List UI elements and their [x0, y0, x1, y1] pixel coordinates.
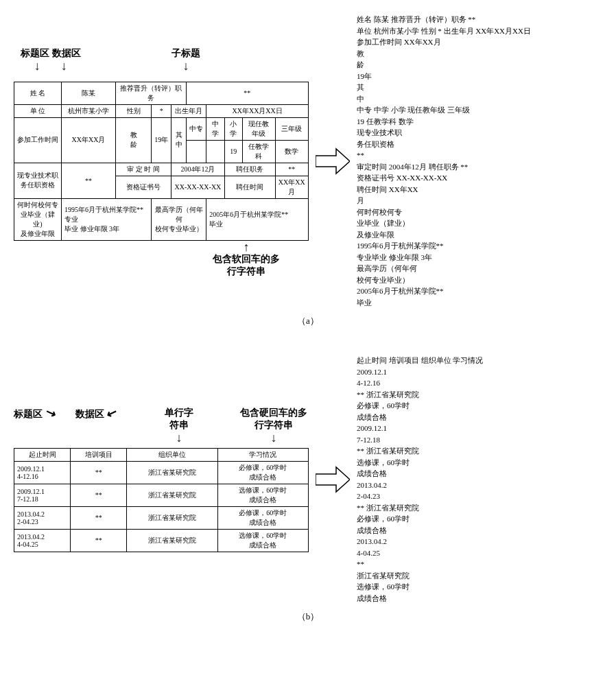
- cell: 浙江省某研究院: [127, 461, 217, 484]
- cell: 培训项目: [71, 448, 127, 461]
- arrow-down-icon: ↓: [165, 431, 193, 444]
- cell: 2009.12.1 4-12.16: [14, 461, 71, 484]
- cell: 2013.04.2 2-04.23: [14, 506, 71, 529]
- cell: 2009.12.1 7-12.18: [14, 484, 71, 506]
- cell: 2013.04.2 4-04.25: [14, 529, 71, 552]
- arrow-down-icon: ↓: [61, 60, 67, 72]
- cell: [186, 140, 206, 163]
- figure-b-left: 标题区 ↘ 数据区 ↙ 单行字 符串 ↓ 包含硬回车的多 行字符串 ↓: [14, 407, 309, 552]
- cell: 单 位: [14, 104, 62, 117]
- figure-a-row: 标题区 数据区 ↓↓ 子标题 ↓ 姓 名 陈某 推荐晋升（转评）职务 ** 单 …: [14, 14, 602, 308]
- annot-subtitle: 子标题 ↓: [171, 47, 200, 72]
- cell: 性别: [116, 104, 152, 117]
- cell: **: [71, 529, 127, 552]
- cell: 陈某: [62, 82, 116, 104]
- cell: 聘任时间: [224, 176, 275, 198]
- cell: [206, 140, 224, 163]
- annot-subtitle-text: 子标题: [171, 48, 200, 58]
- arrow-down-icon: ↓: [171, 60, 200, 72]
- fig-a-label: （a）: [14, 315, 602, 327]
- cell: 杭州市某小学: [62, 104, 116, 117]
- annot-title-area: 标题区 数据区 ↓↓: [21, 47, 81, 72]
- annot-single-line-text: 单行字 符串: [165, 407, 193, 431]
- cell: 19: [224, 140, 242, 163]
- cell: 中专: [186, 117, 206, 140]
- cell: 学习情况: [217, 448, 308, 461]
- cell: 1995年6月于杭州某学院**专业 毕业 修业年限 3年: [62, 198, 152, 240]
- cell: 起止时间: [14, 448, 71, 461]
- cell: 浙江省某研究院: [127, 484, 217, 506]
- annot-multiline-soft: ↑ 包含软回车的多 行字符串: [213, 241, 280, 278]
- cell: 推荐晋升（转评）职务: [116, 82, 187, 104]
- cell: 组织单位: [127, 448, 217, 461]
- cell: **: [186, 82, 308, 104]
- cell: 审 定 时 间: [116, 163, 171, 176]
- cell: XX年XX月XX日: [206, 104, 309, 117]
- cell: 任教学科: [242, 140, 275, 163]
- cell: 三年级: [275, 117, 308, 140]
- cell: 小学: [224, 117, 242, 140]
- cell: **: [71, 484, 127, 506]
- cell: 2004年12月: [171, 163, 224, 176]
- cell: 参加工作时间: [14, 117, 62, 163]
- big-arrow-icon: [316, 147, 350, 175]
- fig-b-label: （b）: [14, 611, 602, 623]
- cell: 19年: [152, 117, 171, 163]
- arrow-down-icon: ↙: [105, 405, 119, 420]
- figure-a-left: 标题区 数据区 ↓↓ 子标题 ↓ 姓 名 陈某 推荐晋升（转评）职务 ** 单 …: [14, 47, 309, 275]
- fig-a-bottom-annot: ↑ 包含软回车的多 行字符串: [14, 241, 309, 275]
- cell: 教 龄: [116, 117, 152, 163]
- annot-data-area-b-text: 数据区: [75, 409, 104, 419]
- cell: 浙江省某研究院: [127, 506, 217, 529]
- annot-title-area-b: 标题区 ↘: [14, 407, 56, 421]
- annot-data-area-text: 数据区: [52, 48, 81, 58]
- cell: 2005年6月于杭州某学院** 毕业: [206, 198, 309, 240]
- annot-multiline-soft-text: 包含软回车的多 行字符串: [213, 253, 280, 278]
- annot-multiline-hard-text: 包含硬回车的多 行字符串: [240, 407, 307, 431]
- figure-b: 标题区 ↘ 数据区 ↙ 单行字 符串 ↓ 包含硬回车的多 行字符串 ↓: [14, 355, 602, 623]
- annot-title-area-b-text: 标题区: [14, 409, 43, 419]
- cell: **: [71, 506, 127, 529]
- arrow-down-icon: ↘: [43, 405, 57, 420]
- annot-title-area-text: 标题区: [21, 48, 49, 58]
- output-text-a: 姓名 陈某 推荐晋升（转评）职务 ** 单位 杭州市某小学 性别 * 出生年月 …: [357, 14, 531, 308]
- annot-single-line: 单行字 符串 ↓: [165, 407, 193, 444]
- cell: **: [275, 163, 308, 176]
- form-table-b: 起止时间 培训项目 组织单位 学习情况 2009.12.1 4-12.16 **…: [14, 448, 309, 552]
- cell: 必修课，60学时 成绩合格: [217, 461, 308, 484]
- big-arrow-icon: [316, 466, 350, 493]
- fig-b-top-annot: 标题区 ↘ 数据区 ↙ 单行字 符串 ↓ 包含硬回车的多 行字符串 ↓: [14, 407, 309, 448]
- cell: 数学: [275, 140, 308, 163]
- arrow-up-icon: ↑: [213, 241, 280, 253]
- cell: 其 中: [171, 117, 186, 163]
- cell: **: [71, 461, 127, 484]
- cell: 选修课，60学时 成绩合格: [217, 484, 308, 506]
- cell: 必修课，60学时 成绩合格: [217, 506, 308, 529]
- cell: 姓 名: [14, 82, 62, 104]
- cell: **: [62, 163, 116, 198]
- cell: 聘任职务: [224, 163, 275, 176]
- cell: 中学: [206, 117, 224, 140]
- fig-a-top-annot: 标题区 数据区 ↓↓ 子标题 ↓: [14, 47, 309, 82]
- cell: *: [152, 104, 171, 117]
- arrow-down-icon: ↓: [240, 431, 307, 444]
- figure-b-row: 标题区 ↘ 数据区 ↙ 单行字 符串 ↓ 包含硬回车的多 行字符串 ↓: [14, 355, 602, 604]
- cell: 浙江省某研究院: [127, 529, 217, 552]
- cell: 现任教年级: [242, 117, 275, 140]
- arrow-down-icon: ↓: [34, 60, 40, 72]
- cell: XX年XX月: [62, 117, 116, 163]
- output-text-b: 起止时间 培训项目 组织单位 学习情况 2009.12.1 4-12.16 **…: [357, 355, 483, 604]
- cell: XX年XX月: [275, 176, 308, 198]
- figure-a: 标题区 数据区 ↓↓ 子标题 ↓ 姓 名 陈某 推荐晋升（转评）职务 ** 单 …: [14, 14, 602, 327]
- annot-data-area-b: 数据区 ↙: [75, 407, 117, 421]
- cell: 何时何校何专 业毕业（肄业) 及修业年限: [14, 198, 62, 240]
- cell: 最高学历（何年何 校何专业毕业）: [152, 198, 206, 240]
- cell: 选修课，60学时 成绩合格: [217, 529, 308, 552]
- cell: 现专业技术职 务任职资格: [14, 163, 62, 198]
- cell: 资格证书号: [116, 176, 171, 198]
- cell: XX-XX-XX-XX: [171, 176, 224, 198]
- cell: 出生年月: [171, 104, 206, 117]
- form-table-a: 姓 名 陈某 推荐晋升（转评）职务 ** 单 位 杭州市某小学 性别 * 出生年…: [14, 82, 309, 241]
- annot-multiline-hard: 包含硬回车的多 行字符串 ↓: [240, 407, 307, 444]
